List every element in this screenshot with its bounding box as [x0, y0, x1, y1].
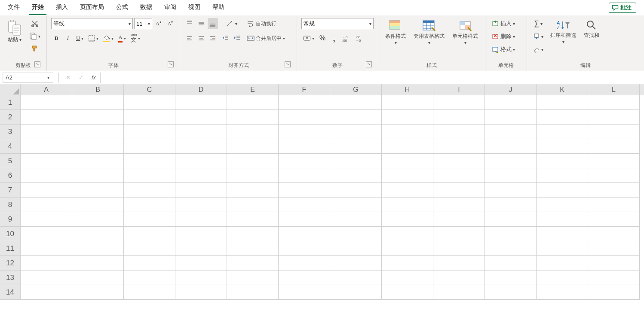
- cell[interactable]: [485, 110, 537, 125]
- italic-button[interactable]: I: [63, 33, 73, 44]
- delete-cells-button[interactable]: 删除▾: [490, 31, 522, 42]
- cut-button[interactable]: [28, 18, 42, 29]
- cell[interactable]: [227, 125, 279, 139]
- column-header[interactable]: A: [21, 84, 72, 95]
- cell[interactable]: [485, 95, 537, 110]
- cell[interactable]: [382, 270, 433, 285]
- cell[interactable]: [588, 139, 640, 154]
- underline-button[interactable]: U▾: [74, 33, 85, 44]
- number-format-select[interactable]: 常规▾: [301, 18, 374, 29]
- cell[interactable]: [124, 139, 175, 154]
- decrease-font-button[interactable]: A▾: [165, 18, 175, 29]
- tab-file[interactable]: 文件: [2, 1, 26, 14]
- cell[interactable]: [537, 270, 588, 285]
- cancel-formula-button[interactable]: ✕: [61, 73, 74, 83]
- cell[interactable]: [175, 154, 227, 168]
- phonetic-button[interactable]: wén 文 ▾: [129, 33, 142, 44]
- cell[interactable]: [382, 125, 433, 139]
- cell[interactable]: [588, 227, 640, 241]
- cell[interactable]: [175, 270, 227, 285]
- insert-cells-button[interactable]: 插入▾: [490, 18, 522, 29]
- cell[interactable]: [485, 270, 537, 285]
- tab-data[interactable]: 数据: [134, 1, 158, 14]
- row-header[interactable]: 9: [0, 212, 21, 227]
- column-header[interactable]: D: [175, 84, 227, 95]
- cell[interactable]: [124, 198, 175, 212]
- column-header[interactable]: C: [124, 84, 175, 95]
- cell[interactable]: [537, 285, 588, 300]
- cell[interactable]: [537, 227, 588, 241]
- tab-review[interactable]: 审阅: [158, 1, 182, 14]
- cell[interactable]: [537, 139, 588, 154]
- tab-pagelayout[interactable]: 页面布局: [74, 1, 110, 14]
- format-as-table-button[interactable]: 套用表格格式▾: [411, 18, 447, 46]
- align-bottom-button[interactable]: [208, 18, 218, 29]
- cell[interactable]: [433, 241, 485, 256]
- cell[interactable]: [588, 125, 640, 139]
- cell[interactable]: [485, 125, 537, 139]
- insert-function-button[interactable]: fx: [87, 73, 100, 83]
- cell[interactable]: [227, 168, 279, 183]
- cell[interactable]: [330, 198, 382, 212]
- dialog-launcher-icon[interactable]: ↘: [168, 61, 174, 67]
- cell[interactable]: [279, 139, 330, 154]
- cell[interactable]: [279, 198, 330, 212]
- cell[interactable]: [279, 212, 330, 227]
- cell[interactable]: [279, 183, 330, 198]
- cell[interactable]: [175, 183, 227, 198]
- cell[interactable]: [433, 183, 485, 198]
- column-header[interactable]: G: [330, 84, 382, 95]
- align-top-button[interactable]: [184, 18, 195, 29]
- comments-button[interactable]: 批注: [609, 3, 636, 13]
- row-header[interactable]: 12: [0, 256, 21, 270]
- cell[interactable]: [227, 154, 279, 168]
- cell[interactable]: [21, 198, 72, 212]
- cell[interactable]: [279, 285, 330, 300]
- merge-center-button[interactable]: 合并后居中 ▾: [245, 33, 292, 44]
- cell[interactable]: [485, 241, 537, 256]
- cell[interactable]: [485, 183, 537, 198]
- cell[interactable]: [330, 95, 382, 110]
- cell[interactable]: [227, 139, 279, 154]
- cell[interactable]: [72, 270, 124, 285]
- autosum-button[interactable]: ∑▾: [531, 18, 545, 29]
- cell[interactable]: [537, 198, 588, 212]
- align-right-button[interactable]: [208, 33, 218, 44]
- cell[interactable]: [485, 168, 537, 183]
- cell[interactable]: [175, 95, 227, 110]
- cell[interactable]: [72, 95, 124, 110]
- cell[interactable]: [433, 285, 485, 300]
- cell[interactable]: [485, 227, 537, 241]
- increase-font-button[interactable]: A▴: [153, 18, 164, 29]
- cell[interactable]: [433, 212, 485, 227]
- cell[interactable]: [330, 212, 382, 227]
- cell[interactable]: [124, 212, 175, 227]
- row-header[interactable]: 1: [0, 95, 21, 110]
- cell[interactable]: [382, 198, 433, 212]
- column-header[interactable]: F: [279, 84, 330, 95]
- cell[interactable]: [279, 125, 330, 139]
- cell[interactable]: [485, 154, 537, 168]
- cell[interactable]: [382, 168, 433, 183]
- column-header[interactable]: I: [433, 84, 485, 95]
- cell[interactable]: [485, 212, 537, 227]
- cell-styles-button[interactable]: 单元格样式▾: [450, 18, 481, 46]
- cell[interactable]: [175, 227, 227, 241]
- cell[interactable]: [227, 212, 279, 227]
- cell[interactable]: [330, 227, 382, 241]
- cell[interactable]: [433, 256, 485, 270]
- cell[interactable]: [588, 256, 640, 270]
- cell[interactable]: [21, 183, 72, 198]
- cell[interactable]: [175, 139, 227, 154]
- row-header[interactable]: 4: [0, 139, 21, 154]
- find-select-button[interactable]: 查找和: [581, 18, 602, 40]
- tab-view[interactable]: 视图: [182, 1, 206, 14]
- clear-button[interactable]: ▾: [531, 44, 545, 55]
- cell[interactable]: [330, 154, 382, 168]
- cell[interactable]: [279, 227, 330, 241]
- cell[interactable]: [124, 241, 175, 256]
- decrease-indent-button[interactable]: [221, 33, 231, 44]
- cell[interactable]: [588, 212, 640, 227]
- cell[interactable]: [21, 270, 72, 285]
- cell[interactable]: [588, 241, 640, 256]
